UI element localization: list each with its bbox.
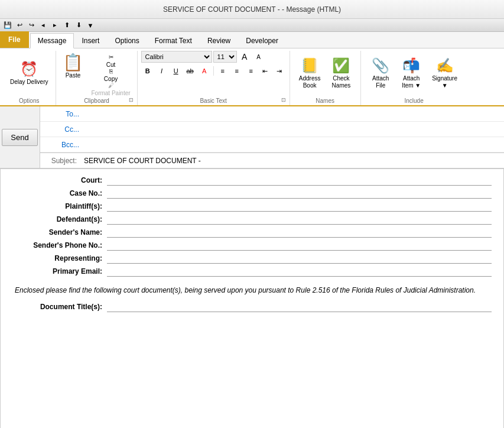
send-button[interactable]: Send [2,129,37,146]
tab-options[interactable]: Options [107,33,147,48]
qa-fwd-btn[interactable]: ▸ [50,20,60,31]
shrink-font-button[interactable]: A [252,51,265,63]
strikethrough-button[interactable]: ab [184,65,197,77]
header-fields: Send To... Cc... Bcc... [0,106,504,168]
font-color-button[interactable]: A [198,65,211,77]
separator [213,66,214,76]
qa-down-btn[interactable]: ⬇ [73,20,84,31]
defendants-label: Defendant(s): [10,213,105,226]
to-link[interactable]: To... [66,110,79,118]
align-left-button[interactable]: ≡ [216,65,229,77]
fields-section: To... Cc... Bcc... Subject: [40,106,504,168]
basic-text-group-label: Basic Text [138,98,290,104]
senders-phone-row: Sender's Phone No.: [10,239,494,252]
plaintiffs-line[interactable] [107,201,492,212]
align-right-button[interactable]: ≡ [245,65,258,77]
tab-format-text[interactable]: Format Text [147,33,200,48]
bcc-link[interactable]: Bcc... [61,141,79,149]
tab-insert[interactable]: Insert [74,33,107,48]
names-group-label: Names [290,98,360,104]
cc-label[interactable]: Cc... [40,125,82,134]
ribbon-group-clipboard: 📋 Paste ✂ Cut ⎘ Copy 🖌 Format Painter [56,51,137,105]
address-book-label: AddressBook [299,75,321,89]
attach-item-label: AttachItem ▼ [402,75,421,89]
format-painter-icon: 🖌 [108,82,114,89]
qa-save-btn[interactable]: 💾 [2,20,13,31]
format-painter-button[interactable]: 🖌 Format Painter [88,80,133,93]
indent-right-button[interactable]: ⇥ [273,65,286,77]
primary-email-label: Primary Email: [10,265,105,278]
check-names-button[interactable]: ✅ CheckNames [327,52,355,95]
to-input[interactable] [82,107,504,121]
senders-phone-line[interactable] [107,240,492,251]
ribbon-group-basic-text: Calibri Arial Times New Roman 11 8910121… [138,51,290,105]
case-no-row: Case No.: [10,187,494,200]
subject-input[interactable] [82,154,504,168]
font-family-select[interactable]: Calibri Arial Times New Roman [141,51,212,63]
plaintiffs-row: Plaintiff(s): [10,200,494,213]
court-line[interactable] [107,175,492,186]
ribbon: ⏰ Delay Delivery Options 📋 Paste ✂ Cut ⎘ [0,48,504,106]
email-body[interactable]: Court: Case No.: Plaintiff(s): Defendant… [0,168,504,428]
underline-button[interactable]: U [170,65,183,77]
doc-title-table: Document Title(s): [10,300,494,313]
tab-review[interactable]: Review [200,33,238,48]
compose-wrapper: Send To... Cc... Bcc... [0,106,504,428]
doc-title-label: Document Title(s): [10,300,105,313]
plaintiffs-label: Plaintiff(s): [10,200,105,213]
qa-up-btn[interactable]: ⬆ [61,20,72,31]
font-size-select[interactable]: 11 8910121416 [213,51,237,63]
primary-email-row: Primary Email: [10,265,494,278]
paste-label: Paste [66,72,81,79]
tab-developer[interactable]: Developer [238,33,286,48]
qa-redo-btn[interactable]: ↪ [26,20,37,31]
bold-button[interactable]: B [141,65,154,77]
qa-dropdown-btn[interactable]: ▼ [85,20,96,31]
copy-icon: ⎘ [109,68,113,74]
subject-label: Subject: [40,157,82,165]
qa-back-btn[interactable]: ◂ [38,20,48,31]
ribbon-group-names: 📒 AddressBook ✅ CheckNames Names [290,51,361,105]
court-document-table: Court: Case No.: Plaintiff(s): Defendant… [10,174,494,278]
tab-message[interactable]: Message [30,33,74,48]
basic-text-expand-icon[interactable]: ⊡ [281,97,288,104]
copy-button[interactable]: ⎘ Copy [88,66,133,79]
check-names-icon: ✅ [332,57,350,74]
defendants-row: Defendant(s): [10,213,494,226]
to-label[interactable]: To... [40,110,82,118]
qa-undo-btn[interactable]: ↩ [14,20,25,31]
signature-button[interactable]: ✍ Signature▼ [428,52,461,95]
primary-email-line[interactable] [107,266,492,277]
options-group-label: Options [2,98,56,104]
doc-title-line[interactable] [107,301,492,312]
attach-item-button[interactable]: 📬 AttachItem ▼ [397,52,425,95]
cut-button[interactable]: ✂ Cut [88,52,133,65]
bcc-label[interactable]: Bcc... [40,141,82,149]
paste-button[interactable]: 📋 Paste [60,51,86,80]
cc-link[interactable]: Cc... [64,125,79,134]
align-center-button[interactable]: ≡ [230,65,243,77]
case-no-line[interactable] [107,188,492,199]
senders-phone-label: Sender's Phone No.: [10,239,105,252]
defendants-line[interactable] [107,214,492,225]
tab-file[interactable]: File [0,31,29,48]
senders-name-line[interactable] [107,227,492,238]
include-group-label: Include [361,98,467,104]
italic-button[interactable]: I [155,65,168,77]
address-book-button[interactable]: 📒 AddressBook [295,52,325,95]
title-text: SERVICE OF COURT DOCUMENT - - Message (H… [163,5,341,14]
attach-file-button[interactable]: 📎 AttachFile [366,52,395,95]
doc-title-row: Document Title(s): [10,300,494,313]
clipboard-expand-icon[interactable]: ⊡ [129,97,136,104]
delay-delivery-label: Delay Delivery [10,79,48,86]
check-names-label: CheckNames [332,75,351,89]
representing-line[interactable] [107,253,492,264]
indent-left-button[interactable]: ⇤ [259,65,272,77]
bcc-input[interactable] [82,138,504,152]
clipboard-group-label: Clipboard [56,98,136,104]
delay-delivery-button[interactable]: ⏰ Delay Delivery [6,52,52,95]
address-book-icon: 📒 [301,57,318,74]
cc-input[interactable] [82,122,504,137]
cut-icon: ✂ [109,54,113,60]
grow-font-button[interactable]: A [238,51,251,63]
